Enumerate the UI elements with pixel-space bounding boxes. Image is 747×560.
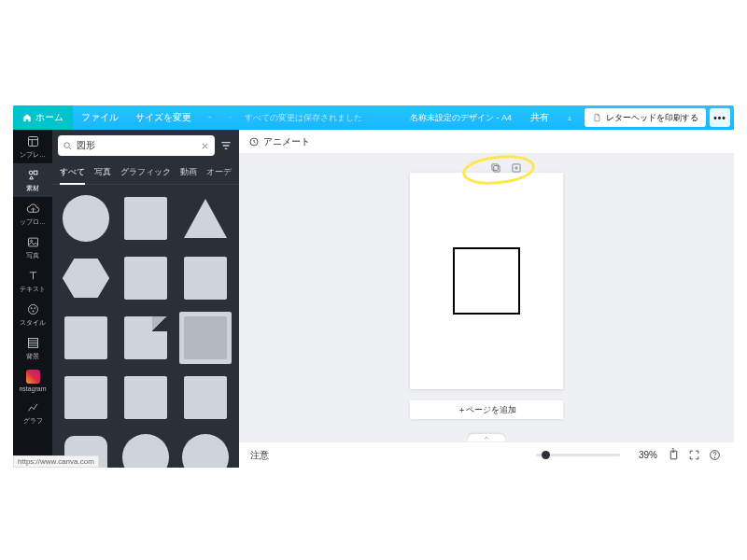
shape-square-3[interactable] <box>179 252 232 304</box>
page-tools <box>489 161 523 175</box>
file-menu[interactable]: ファイル <box>73 105 127 130</box>
resize-menu[interactable]: サイズを変更 <box>127 105 200 130</box>
svg-point-8 <box>32 311 33 312</box>
home-label: ホーム <box>35 111 63 124</box>
add-page-bar[interactable]: ＋ページを追加 <box>410 400 563 419</box>
redo-button[interactable] <box>220 105 241 130</box>
text-icon <box>26 269 40 283</box>
fullscreen-button[interactable] <box>684 446 704 465</box>
upload-icon <box>26 202 40 216</box>
tab-photo[interactable]: 写真 <box>94 161 111 184</box>
shape-circle[interactable] <box>60 192 112 245</box>
tab-graphic[interactable]: グラフィック <box>120 161 171 184</box>
zoom-slider[interactable] <box>536 454 620 456</box>
rail-uploads[interactable]: ップロ… <box>13 197 52 231</box>
rail-background[interactable]: 背景 <box>13 331 52 365</box>
shape-square-6[interactable] <box>120 371 172 424</box>
print-button[interactable]: レターヘッドを印刷する <box>585 108 706 127</box>
canvas-square-shape[interactable] <box>453 247 520 315</box>
footer-note[interactable]: 注意 <box>248 449 269 462</box>
shape-triangle[interactable] <box>179 192 232 245</box>
shape-square-2[interactable] <box>120 252 172 304</box>
rail-photos[interactable]: 写真 <box>13 231 52 264</box>
svg-rect-13 <box>492 164 498 170</box>
svg-rect-2 <box>34 171 37 175</box>
shapes-grid <box>52 185 239 468</box>
rail-styles-label: スタイル <box>20 318 46 328</box>
rail-text[interactable]: テキスト <box>13 264 52 298</box>
canvas-area[interactable]: ＋ページを追加 <box>239 154 734 441</box>
nav-rail: ンプレ… 素材 ップロ… 写真 テキスト スタイル <box>13 130 52 468</box>
page-pager-handle[interactable] <box>468 434 505 441</box>
share-button[interactable]: 共有 <box>521 105 558 130</box>
elements-panel: すべて 写真 グラフィック 動画 オーデ <box>52 130 239 468</box>
rail-elements-label: 素材 <box>26 184 39 193</box>
shape-square-4[interactable] <box>60 312 112 364</box>
instagram-icon <box>26 370 40 384</box>
tab-all[interactable]: すべて <box>60 161 85 185</box>
clear-search-icon[interactable] <box>200 141 210 151</box>
background-icon <box>26 336 40 350</box>
app-window: ホーム ファイル サイズを変更 すべての変更は保存されました 名称未設定のデザイ… <box>13 105 734 468</box>
search-input-wrap[interactable] <box>58 135 215 156</box>
resize-label: サイズを変更 <box>135 111 191 124</box>
shape-folded[interactable] <box>120 312 172 364</box>
page-list-button[interactable]: 1 <box>663 446 684 465</box>
animate-icon <box>248 136 260 147</box>
rail-instagram[interactable]: nstagram <box>13 365 52 396</box>
home-button[interactable]: ホーム <box>13 105 73 130</box>
rail-instagram-label: nstagram <box>19 385 46 392</box>
chart-icon <box>26 400 40 414</box>
rail-elements[interactable]: 素材 <box>13 163 52 197</box>
rail-uploads-label: ップロ… <box>20 217 46 227</box>
redo-icon <box>229 112 233 123</box>
search-row <box>52 130 239 161</box>
elements-icon <box>26 168 40 182</box>
document-title[interactable]: 名称未設定のデザイン - A4 <box>401 112 521 124</box>
undo-icon <box>208 112 212 123</box>
shape-square-5[interactable] <box>60 371 112 424</box>
help-button[interactable] <box>704 446 725 465</box>
context-toolbar: アニメート <box>239 130 734 154</box>
zoom-value[interactable]: 39% <box>627 450 657 460</box>
shape-square-7[interactable] <box>179 371 232 424</box>
tab-audio[interactable]: オーデ <box>206 161 232 184</box>
svg-point-1 <box>29 171 33 175</box>
rail-charts[interactable]: グラフ <box>13 396 52 429</box>
rail-photos-label: 写真 <box>26 251 39 260</box>
rail-text-label: テキスト <box>20 285 46 294</box>
shape-circle-3[interactable] <box>179 431 232 468</box>
undo-button[interactable] <box>200 105 220 130</box>
shape-square[interactable] <box>120 192 172 245</box>
animate-label: アニメート <box>263 135 310 148</box>
svg-rect-3 <box>28 238 37 246</box>
shape-hexagon[interactable] <box>60 252 112 304</box>
tab-video[interactable]: 動画 <box>180 161 197 184</box>
rail-templates[interactable]: ンプレ… <box>13 130 52 163</box>
saved-status: すべての変更は保存されました <box>241 112 362 124</box>
filter-icon[interactable] <box>218 138 233 153</box>
add-page-button[interactable] <box>510 161 523 175</box>
search-icon <box>63 141 73 151</box>
more-menu[interactable]: ••• <box>710 108 730 127</box>
chevron-up-icon <box>482 435 491 441</box>
search-input[interactable] <box>77 141 196 151</box>
animate-button[interactable]: アニメート <box>248 135 310 148</box>
shape-circle-2[interactable] <box>120 431 172 468</box>
style-icon <box>26 302 40 316</box>
photo-icon <box>26 235 40 249</box>
svg-rect-12 <box>494 166 500 172</box>
zoom-slider-knob[interactable] <box>542 451 550 459</box>
shape-square-selected[interactable] <box>179 312 232 364</box>
add-page-label: ＋ページを追加 <box>458 404 516 416</box>
rail-templates-label: ンプレ… <box>20 150 46 160</box>
rail-styles[interactable]: スタイル <box>13 298 52 331</box>
duplicate-page-button[interactable] <box>489 161 502 175</box>
download-button[interactable] <box>558 105 581 130</box>
svg-point-17 <box>714 457 715 458</box>
svg-point-10 <box>64 142 70 147</box>
rail-background-label: 背景 <box>26 352 39 361</box>
browser-status-url: https://www.canva.com <box>13 455 99 468</box>
templates-icon <box>26 134 40 148</box>
page-1[interactable] <box>410 173 563 389</box>
